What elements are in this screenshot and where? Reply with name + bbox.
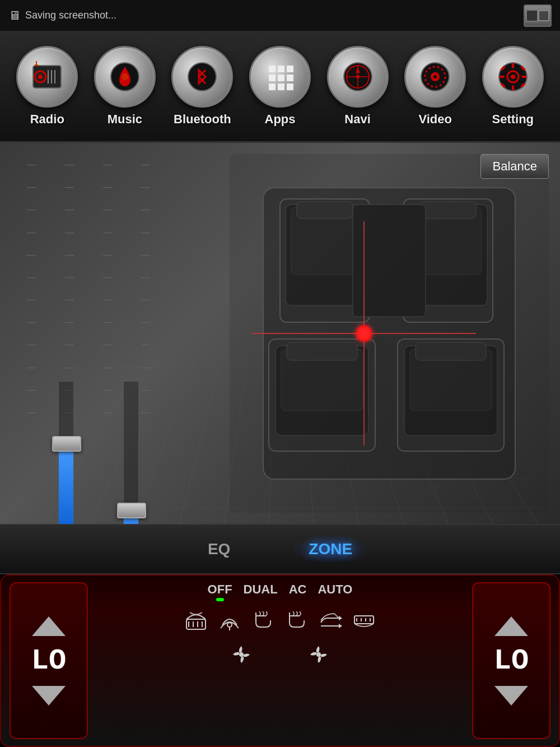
apps-button[interactable] [249, 46, 311, 108]
nav-item-radio[interactable]: Radio [8, 46, 86, 127]
nav-item-music[interactable]: Music [86, 46, 164, 127]
bluetooth-button[interactable] [171, 46, 233, 108]
video-label: Video [418, 112, 452, 127]
defrost-front-icon[interactable] [184, 608, 208, 635]
svg-point-75 [316, 652, 321, 657]
svg-rect-46 [297, 202, 353, 219]
svg-point-32 [511, 75, 515, 79]
svg-point-29 [433, 75, 437, 78]
climate-top-buttons: OFF DUAL AC AUTO [208, 582, 353, 597]
climate-center: OFF DUAL AC AUTO [94, 582, 466, 739]
svg-point-74 [239, 652, 244, 657]
eq-tab[interactable]: EQ [191, 535, 247, 564]
loudness-slider[interactable]: Loud [116, 381, 146, 524]
tab-bar: EQ ZONE [0, 524, 560, 574]
climate-fan-row [231, 644, 329, 670]
video-icon [418, 60, 452, 94]
main-content: Balance ———————————— ———————————— ——————… [0, 143, 560, 524]
climate-bar: LO OFF DUAL AC AUTO [0, 574, 560, 747]
setting-icon [496, 60, 530, 94]
setting-label: Setting [492, 112, 534, 127]
status-text: Saving screenshot... [25, 10, 524, 21]
seat-heat-left-icon[interactable] [251, 608, 275, 635]
climate-ac-button[interactable]: AC [289, 582, 307, 597]
svg-rect-13 [287, 66, 293, 72]
left-fan-icon[interactable] [231, 644, 252, 670]
svg-rect-14 [269, 75, 276, 81]
left-temp-control[interactable]: LO [10, 582, 88, 739]
climate-auto-button[interactable]: AUTO [318, 582, 352, 597]
bluetooth-icon [185, 60, 219, 94]
svg-rect-16 [287, 75, 293, 81]
climate-dual-button[interactable]: DUAL [244, 582, 278, 597]
navi-button[interactable] [327, 46, 389, 108]
svg-point-65 [227, 623, 232, 627]
right-fan-icon[interactable] [308, 644, 329, 670]
left-temp-display: LO [31, 644, 66, 678]
status-bar: 🖥 Saving screenshot... [0, 0, 560, 31]
balance-crosshair[interactable] [252, 221, 476, 446]
music-label: Music [108, 112, 142, 127]
off-indicator [216, 598, 224, 601]
svg-rect-34 [512, 85, 514, 91]
svg-rect-35 [499, 76, 505, 78]
svg-rect-15 [278, 75, 284, 81]
right-temp-display: LO [494, 644, 529, 678]
right-temp-control[interactable]: LO [472, 582, 550, 739]
right-temp-down[interactable] [494, 686, 528, 706]
svg-rect-33 [512, 63, 514, 68]
airflow-car-icon[interactable] [319, 608, 342, 635]
radio-label: Radio [30, 112, 64, 127]
radio-icon [30, 60, 64, 94]
svg-marker-67 [339, 616, 342, 620]
svg-rect-12 [278, 66, 284, 72]
nav-item-bluetooth[interactable]: Bluetooth [164, 46, 241, 127]
svg-rect-17 [269, 83, 276, 90]
left-temp-up[interactable] [32, 616, 66, 636]
crosshair-dot [356, 325, 372, 342]
music-button[interactable] [94, 46, 156, 108]
screenshot-icon: 🖥 [8, 8, 21, 23]
rear-defrost-icon[interactable] [352, 608, 376, 635]
radio-button[interactable] [16, 46, 78, 108]
balance-button[interactable]: Balance [480, 154, 549, 179]
music-icon [108, 60, 142, 94]
nav-item-video[interactable]: Video [396, 46, 474, 127]
apps-icon [263, 60, 297, 94]
svg-point-25 [356, 75, 360, 78]
nav-bar: Radio Music Bluetooth [0, 31, 560, 143]
sliders-panel: ———————————— ———————————— ———————————— —… [11, 160, 185, 507]
svg-rect-19 [287, 83, 293, 90]
vent-mode-icon[interactable] [218, 608, 241, 635]
right-temp-up[interactable] [494, 616, 528, 636]
svg-point-9 [122, 73, 128, 80]
svg-point-10 [188, 63, 216, 91]
svg-rect-18 [278, 83, 284, 90]
svg-rect-50 [420, 202, 476, 219]
navi-icon [341, 60, 375, 94]
stop-button[interactable] [524, 4, 552, 27]
setting-button[interactable] [482, 46, 544, 108]
svg-point-2 [38, 75, 43, 79]
car-area [230, 154, 549, 513]
apps-label: Apps [265, 112, 296, 127]
navi-label: Navi [344, 112, 370, 127]
svg-rect-6 [35, 64, 38, 66]
left-temp-down[interactable] [32, 686, 66, 706]
seat-heat-right-icon[interactable] [285, 608, 309, 635]
video-button[interactable] [404, 46, 466, 108]
svg-rect-11 [269, 66, 276, 72]
nav-item-apps[interactable]: Apps [241, 46, 319, 127]
svg-rect-0 [33, 66, 61, 88]
nav-item-navi[interactable]: Navi [319, 46, 396, 127]
svg-rect-36 [521, 76, 527, 78]
climate-icons-row [184, 608, 376, 635]
climate-off-button[interactable]: OFF [208, 582, 232, 597]
nav-item-setting[interactable]: Setting [474, 46, 552, 127]
zone-tab[interactable]: ZONE [292, 535, 369, 564]
bluetooth-label: Bluetooth [174, 112, 231, 127]
subwoofer-slider[interactable]: Subw [50, 381, 83, 524]
svg-marker-68 [339, 624, 342, 628]
